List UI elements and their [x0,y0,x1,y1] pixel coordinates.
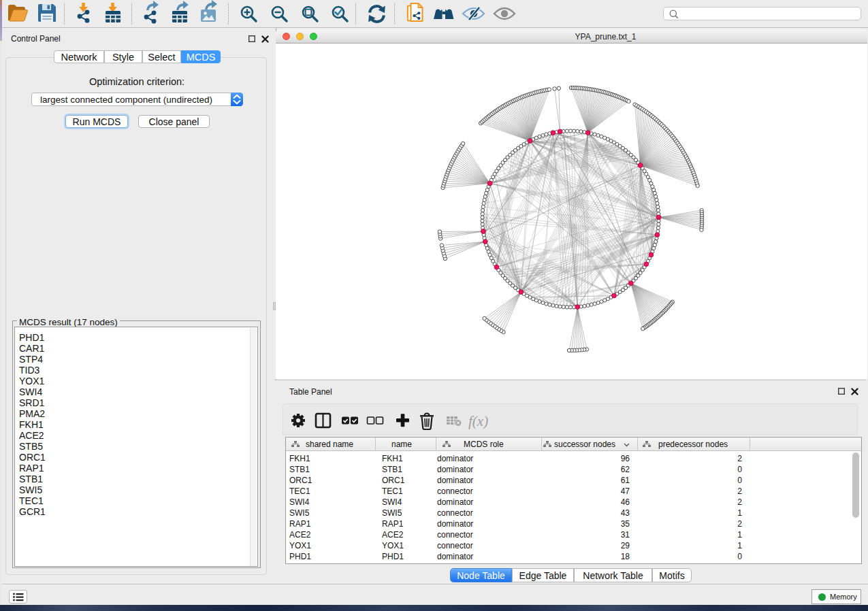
svg-text:f(x): f(x) [468,413,488,429]
